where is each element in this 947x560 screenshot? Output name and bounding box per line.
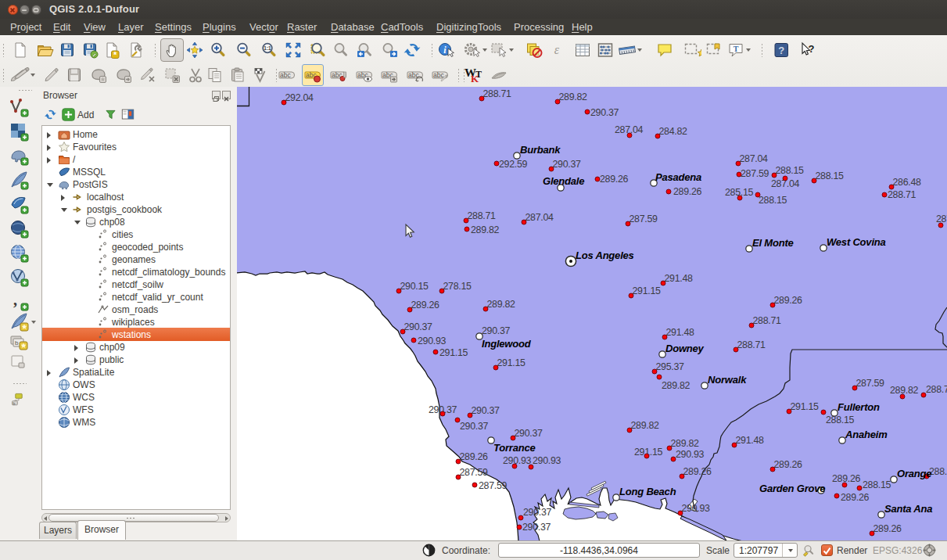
svg-text:*: * <box>113 50 117 59</box>
svg-text:287.59: 287.59 <box>460 467 489 478</box>
svg-text:288.15: 288.15 <box>929 466 947 477</box>
svg-text:Glendale: Glendale <box>543 175 584 187</box>
svg-text:287.04: 287.04 <box>526 212 554 223</box>
svg-text:292.59: 292.59 <box>499 159 528 170</box>
svg-text:Burbank: Burbank <box>520 144 561 156</box>
svg-text:289.82: 289.82 <box>662 380 691 391</box>
svg-text:,: , <box>13 291 17 308</box>
svg-text:290.37: 290.37 <box>553 159 582 170</box>
svg-text:291.48: 291.48 <box>736 435 765 446</box>
svg-text:292.04: 292.04 <box>285 92 314 103</box>
svg-text:289.82: 289.82 <box>487 299 516 310</box>
svg-text:288.71: 288.71 <box>737 339 766 350</box>
svg-text:Santa Ana: Santa Ana <box>884 503 932 515</box>
svg-text:291.48: 291.48 <box>666 327 695 338</box>
svg-text:289.82: 289.82 <box>890 385 919 396</box>
svg-text:289.26: 289.26 <box>841 492 870 503</box>
svg-text:290.93: 290.93 <box>503 455 532 466</box>
svg-text:288.15: 288.15 <box>759 195 787 206</box>
svg-text:289.26: 289.26 <box>600 174 629 185</box>
svg-text:Los Angeles: Los Angeles <box>576 249 634 261</box>
svg-text:290.15: 290.15 <box>400 281 429 292</box>
svg-text:288.71: 288.71 <box>483 88 512 99</box>
svg-text:Pasadena: Pasadena <box>655 171 701 183</box>
svg-text:1:1: 1:1 <box>264 45 271 51</box>
svg-text:?: ? <box>778 45 784 56</box>
svg-text:?: ? <box>809 43 815 55</box>
svg-text:290.93: 290.93 <box>682 503 711 514</box>
svg-text:290.37: 290.37 <box>590 107 619 118</box>
svg-text:abc: abc <box>280 71 291 79</box>
svg-text:Torrance: Torrance <box>493 442 536 454</box>
svg-text:b: b <box>13 401 15 406</box>
svg-text:288.71: 288.71 <box>926 384 947 395</box>
svg-text:Inglewood: Inglewood <box>482 338 532 350</box>
svg-text:288.15: 288.15 <box>776 165 805 176</box>
svg-text:289.82: 289.82 <box>631 420 660 431</box>
svg-text:288.15: 288.15 <box>863 479 891 490</box>
svg-text:288.15: 288.15 <box>816 171 845 181</box>
svg-text:Norwalk: Norwalk <box>708 374 747 386</box>
svg-text:288.71: 288.71 <box>888 189 917 200</box>
svg-text:287.04: 287.04 <box>740 153 769 164</box>
svg-text:289.26: 289.26 <box>873 523 902 534</box>
svg-text:289.26: 289.26 <box>774 295 803 306</box>
svg-text:284.82: 284.82 <box>659 126 688 137</box>
svg-text:291.15: 291.15 <box>497 357 526 368</box>
svg-text:288.71: 288.71 <box>753 315 782 326</box>
svg-text:West Covina: West Covina <box>827 236 886 248</box>
svg-text:Garden Grove: Garden Grove <box>759 483 825 494</box>
svg-text:290.93: 290.93 <box>676 449 705 460</box>
svg-text:291.15: 291.15 <box>791 401 820 412</box>
svg-text:289.26: 289.26 <box>673 186 702 197</box>
svg-text:Long Beach: Long Beach <box>619 486 676 497</box>
svg-text:291.15: 291.15 <box>439 347 468 358</box>
svg-text:287.59: 287.59 <box>630 214 658 224</box>
svg-text:289.82: 289.82 <box>559 92 588 102</box>
svg-text:T: T <box>475 69 482 80</box>
svg-text:289.26: 289.26 <box>683 466 712 477</box>
svg-text:T: T <box>734 45 739 53</box>
svg-text:290.37: 290.37 <box>404 321 433 332</box>
svg-text:El Monte: El Monte <box>752 237 794 249</box>
svg-text:Downey: Downey <box>665 343 705 354</box>
svg-text:288.71: 288.71 <box>468 210 497 221</box>
svg-text:ε: ε <box>554 43 560 56</box>
svg-text:290.93: 290.93 <box>418 336 447 346</box>
svg-text:290.37: 290.37 <box>460 421 489 432</box>
svg-text:287.59: 287.59 <box>741 168 769 179</box>
svg-text:289.82: 289.82 <box>671 438 700 449</box>
svg-text:Orange: Orange <box>897 468 931 479</box>
svg-text:289.26: 289.26 <box>832 473 861 484</box>
svg-text:b: b <box>15 339 19 346</box>
svg-text:289.26: 289.26 <box>411 300 440 311</box>
svg-text:287.59: 287.59 <box>856 378 885 389</box>
svg-text:290.37: 290.37 <box>523 507 552 518</box>
svg-text:abc: abc <box>433 71 444 79</box>
svg-text:290.37: 290.37 <box>472 405 500 416</box>
svg-text:290.37: 290.37 <box>515 428 543 439</box>
svg-text:286.48: 286.48 <box>893 177 922 188</box>
svg-text:295.37: 295.37 <box>656 361 685 372</box>
svg-text:291.48: 291.48 <box>665 273 694 284</box>
svg-text:289.26: 289.26 <box>460 451 489 462</box>
svg-text:290.37: 290.37 <box>482 325 511 336</box>
svg-text:287.59: 287.59 <box>479 480 508 491</box>
svg-text:291.15: 291.15 <box>633 285 662 296</box>
svg-text:290.93: 290.93 <box>533 455 561 466</box>
svg-text:Fullerton: Fullerton <box>838 401 880 413</box>
svg-text:288.15: 288.15 <box>826 415 855 425</box>
svg-text:278.15: 278.15 <box>443 281 472 292</box>
svg-text:Anaheim: Anaheim <box>845 429 888 440</box>
svg-text:290.37: 290.37 <box>522 522 551 533</box>
svg-text:289.82: 289.82 <box>471 224 500 235</box>
svg-text:289.26: 289.26 <box>774 459 803 470</box>
